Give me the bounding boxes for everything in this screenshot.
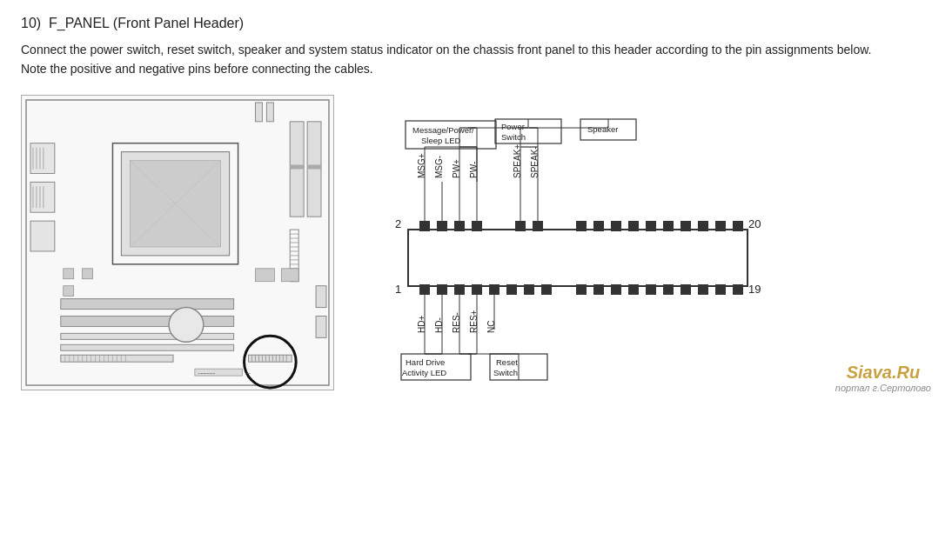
svg-text:Sleep LED: Sleep LED [421, 136, 461, 145]
svg-text:Hard Drive: Hard Drive [406, 357, 445, 367]
svg-rect-9 [307, 164, 321, 169]
svg-rect-90 [663, 221, 674, 231]
svg-rect-87 [611, 221, 621, 231]
svg-rect-35 [61, 298, 234, 309]
pin-diagram: 2 1 20 19 MSG+ MSG- PW+ PW- SPEAK+ SPEAK… [360, 95, 931, 393]
svg-rect-98 [472, 284, 482, 295]
svg-rect-58 [255, 269, 274, 282]
svg-rect-38 [61, 344, 234, 350]
section-title: 10) F_PANEL (Front Panel Header) [21, 16, 931, 31]
svg-rect-84 [533, 221, 543, 231]
svg-text:19: 19 [748, 283, 761, 296]
svg-rect-95 [419, 284, 430, 295]
svg-rect-105 [611, 284, 621, 295]
section-number: 10) [21, 16, 41, 30]
svg-rect-37 [61, 333, 234, 339]
svg-rect-91 [680, 221, 691, 231]
svg-rect-103 [576, 284, 587, 295]
svg-text:1: 1 [395, 283, 401, 296]
svg-text:Power: Power [501, 122, 525, 131]
svg-rect-59 [281, 269, 298, 282]
svg-rect-89 [646, 221, 656, 231]
svg-rect-33 [64, 285, 74, 296]
svg-rect-88 [628, 221, 639, 231]
svg-rect-82 [472, 221, 482, 231]
svg-rect-93 [715, 221, 726, 231]
watermark-sub: портал г.Сертолово [835, 383, 931, 393]
svg-rect-61 [249, 355, 292, 362]
svg-text:20: 20 [748, 217, 761, 230]
svg-rect-111 [715, 284, 726, 295]
svg-rect-81 [454, 221, 465, 231]
svg-rect-97 [454, 284, 465, 295]
svg-text:Activity LED: Activity LED [402, 368, 446, 377]
svg-rect-79 [419, 221, 430, 231]
motherboard-svg: •••••••••••••• ••• [22, 96, 333, 390]
svg-text:2: 2 [395, 217, 401, 230]
svg-rect-78 [408, 230, 748, 286]
svg-rect-32 [64, 269, 74, 279]
svg-rect-73 [255, 103, 262, 122]
svg-text:MSG-: MSG- [434, 156, 444, 178]
svg-rect-106 [628, 284, 639, 295]
svg-rect-34 [83, 269, 93, 279]
svg-rect-23 [30, 221, 55, 251]
section-description: Connect the power switch, reset switch, … [21, 40, 874, 79]
svg-rect-96 [437, 284, 447, 295]
svg-rect-56 [316, 285, 326, 307]
svg-rect-80 [437, 221, 447, 231]
svg-text:Message/Power/: Message/Power/ [412, 125, 474, 135]
svg-text:••••••••••••••: •••••••••••••• [198, 371, 216, 376]
svg-rect-101 [524, 284, 534, 295]
svg-rect-100 [506, 284, 517, 295]
svg-rect-102 [541, 284, 552, 295]
svg-rect-109 [680, 284, 691, 295]
svg-rect-99 [489, 284, 499, 295]
svg-rect-112 [733, 284, 743, 295]
svg-rect-22 [30, 182, 55, 212]
watermark: Siava.Ru портал г.Сертолово [835, 363, 931, 393]
pin-diagram-svg: 2 1 20 19 MSG+ MSG- PW+ PW- SPEAK+ SPEAK… [360, 95, 813, 390]
watermark-site: Siava.Ru [835, 363, 931, 383]
svg-text:NC: NC [486, 320, 496, 332]
svg-rect-94 [733, 221, 743, 231]
svg-text:Switch: Switch [501, 132, 526, 142]
svg-rect-21 [30, 143, 55, 173]
motherboard-diagram: •••••••••••••• ••• [21, 95, 334, 390]
svg-rect-74 [266, 103, 273, 122]
svg-text:Speaker: Speaker [587, 124, 618, 134]
svg-rect-86 [593, 221, 604, 231]
svg-rect-104 [593, 284, 604, 295]
svg-rect-36 [61, 316, 234, 326]
svg-rect-83 [515, 221, 526, 231]
section-header: 10) F_PANEL (Front Panel Header) Connect… [21, 16, 931, 79]
svg-point-55 [169, 307, 204, 342]
svg-text:Switch: Switch [493, 368, 518, 377]
svg-rect-108 [663, 284, 674, 295]
svg-rect-8 [290, 164, 304, 169]
svg-rect-85 [576, 221, 587, 231]
svg-text:Reset: Reset [496, 357, 518, 367]
section-title-text: F_PANEL (Front Panel Header) [49, 16, 244, 30]
content-row: •••••••••••••• ••• [21, 95, 931, 393]
svg-text:•••: ••• [247, 371, 251, 376]
svg-rect-57 [316, 316, 326, 337]
svg-rect-107 [646, 284, 656, 295]
svg-rect-110 [698, 284, 708, 295]
svg-rect-92 [698, 221, 708, 231]
